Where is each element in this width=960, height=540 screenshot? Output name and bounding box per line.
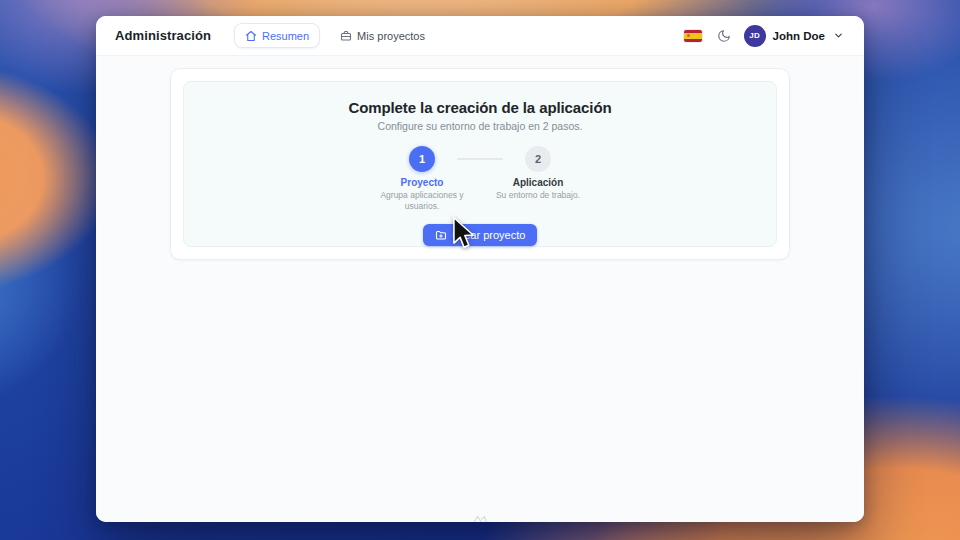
tab-resumen-label: Resumen bbox=[262, 30, 309, 42]
tab-mis-proyectos[interactable]: Mis proyectos bbox=[330, 23, 435, 48]
top-bar: Administración Resumen bbox=[96, 16, 864, 56]
theme-toggle[interactable] bbox=[713, 25, 735, 47]
step-2-indicator: 2 bbox=[525, 146, 551, 172]
app-window: Administración Resumen bbox=[96, 16, 864, 522]
briefcase-icon bbox=[340, 30, 352, 42]
onboarding-card: Complete la creación de la aplicación Co… bbox=[170, 68, 790, 260]
onboarding-title: Complete la creación de la aplicación bbox=[348, 99, 611, 116]
avatar: JD bbox=[744, 25, 766, 47]
main-content: Complete la creación de la aplicación Co… bbox=[96, 68, 864, 522]
stepper: 1 Proyecto Agrupa aplicaciones y usuario… bbox=[357, 146, 603, 211]
tab-resumen[interactable]: Resumen bbox=[234, 23, 320, 48]
step-1-description: Agrupa aplicaciones y usuarios. bbox=[372, 190, 472, 211]
step-aplicacion: 2 Aplicación Su entorno de trabajo. bbox=[473, 146, 603, 201]
tab-mis-proyectos-label: Mis proyectos bbox=[357, 30, 425, 42]
user-name: John Doe bbox=[773, 30, 825, 42]
step-1-indicator: 1 bbox=[409, 146, 435, 172]
step-2-label: Aplicación bbox=[513, 177, 564, 188]
onboarding-subtitle: Configure su entorno de trabajo en 2 pas… bbox=[378, 120, 583, 133]
main-nav: Resumen Mis proyectos bbox=[234, 23, 435, 48]
chevron-down-icon bbox=[833, 30, 844, 41]
step-1-label: Proyecto bbox=[401, 177, 444, 188]
step-2-description: Su entorno de trabajo. bbox=[496, 190, 580, 201]
language-selector[interactable] bbox=[682, 28, 704, 44]
app-title: Administración bbox=[115, 28, 211, 43]
mountain-logo-icon bbox=[472, 512, 488, 522]
spain-flag-icon bbox=[684, 30, 702, 42]
home-icon bbox=[245, 30, 257, 42]
moon-icon bbox=[717, 29, 731, 43]
step-proyecto: 1 Proyecto Agrupa aplicaciones y usuario… bbox=[357, 146, 487, 211]
mouse-cursor bbox=[452, 216, 475, 252]
create-project-button[interactable]: Crear proyecto bbox=[423, 224, 538, 246]
desktop: Administración Resumen bbox=[0, 0, 960, 540]
user-menu[interactable]: JD John Doe bbox=[744, 25, 844, 47]
onboarding-panel: Complete la creación de la aplicación Co… bbox=[183, 81, 777, 247]
folder-plus-icon bbox=[435, 229, 447, 241]
top-bar-actions: JD John Doe bbox=[682, 25, 844, 47]
